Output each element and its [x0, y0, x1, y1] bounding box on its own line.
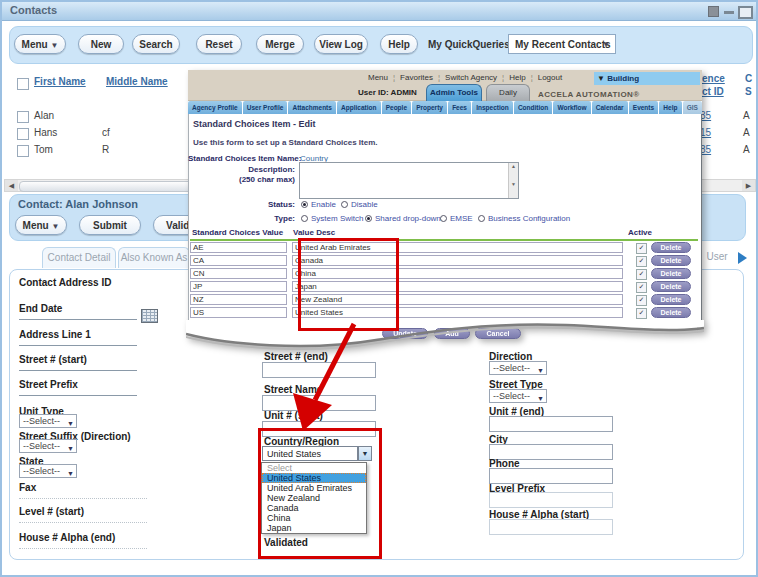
view-log-button[interactable]: View Log: [314, 34, 368, 54]
cell-status: A: [743, 110, 750, 121]
column-header-middle-name[interactable]: Middle Name: [106, 76, 168, 87]
row-checkbox[interactable]: [17, 111, 29, 123]
link-menu[interactable]: Menu: [368, 73, 388, 82]
tab-user-profile[interactable]: User Profile: [243, 101, 288, 114]
tab-gis[interactable]: GIS: [683, 101, 702, 114]
contacts-window: Contacts Menu ▼ New Search Reset Merge V…: [0, 0, 758, 577]
end-date-input[interactable]: [19, 306, 137, 320]
street-prefix-input[interactable]: [19, 382, 137, 396]
active-checkbox[interactable]: ✓: [636, 269, 647, 280]
value-code-input[interactable]: [190, 255, 287, 266]
tab-help[interactable]: Help: [659, 101, 681, 114]
column-header-reference[interactable]: ence: [702, 73, 725, 84]
column-header-contact-id[interactable]: ct ID: [702, 86, 724, 97]
delete-button[interactable]: Delete: [651, 307, 691, 318]
delete-button[interactable]: Delete: [651, 242, 691, 253]
street-suffix-select[interactable]: --Select--▼: [19, 439, 77, 453]
tab-condition[interactable]: Condition: [514, 101, 553, 114]
row-checkbox[interactable]: [17, 128, 29, 140]
merge-button[interactable]: Merge: [256, 34, 304, 54]
tab-workflow[interactable]: Workflow: [553, 101, 590, 114]
chevron-down-icon: ▼: [51, 222, 59, 231]
active-checkbox[interactable]: ✓: [636, 295, 647, 306]
tab-fees[interactable]: Fees: [448, 101, 471, 114]
menu-button[interactable]: Menu ▼: [14, 34, 66, 54]
calendar-icon[interactable]: [141, 309, 158, 323]
scrollbar[interactable]: ▲▼: [508, 163, 518, 198]
value-code-input[interactable]: [190, 307, 287, 318]
new-button[interactable]: New: [78, 34, 124, 54]
unit-num-end-input[interactable]: [489, 416, 613, 432]
phone-input[interactable]: [489, 468, 613, 484]
select-all-checkbox[interactable]: [17, 78, 29, 90]
type-shared-dropdown-radio[interactable]: [365, 215, 372, 222]
module-selector[interactable]: ▼ Building: [594, 72, 700, 85]
house-alpha-start-input[interactable]: [489, 519, 613, 535]
type-system-switch-radio[interactable]: [301, 215, 308, 222]
label-description: Description:: [188, 165, 295, 174]
status-enable-radio[interactable]: [301, 201, 308, 208]
street-type-select[interactable]: --Select--▼: [489, 389, 547, 403]
scroll-left-icon[interactable]: ◀: [5, 180, 18, 191]
column-header-first-name[interactable]: First Name: [34, 76, 86, 87]
column-header-s[interactable]: S: [745, 86, 752, 97]
delete-button[interactable]: Delete: [651, 281, 691, 292]
quickqueries-dropdown[interactable]: My Recent Contacts▼: [508, 34, 616, 54]
pin-icon[interactable]: [708, 6, 719, 17]
search-button[interactable]: Search: [132, 34, 180, 54]
tab-contact-detail[interactable]: Contact Detail: [42, 247, 116, 268]
tab-events[interactable]: Events: [629, 101, 659, 114]
tab-people[interactable]: People: [382, 101, 412, 114]
column-header-c[interactable]: C: [745, 73, 752, 84]
active-checkbox[interactable]: ✓: [636, 282, 647, 293]
tab-scroll-right-icon[interactable]: [738, 252, 747, 264]
house-alpha-end-input[interactable]: [19, 535, 147, 549]
value-code-input[interactable]: [190, 268, 287, 279]
tab-property[interactable]: Property: [412, 101, 447, 114]
tab-admin-tools[interactable]: Admin Tools: [426, 84, 482, 101]
reset-button[interactable]: Reset: [196, 34, 242, 54]
delete-button[interactable]: Delete: [651, 268, 691, 279]
link-help[interactable]: Help: [497, 73, 526, 82]
address-line-1-input[interactable]: [19, 332, 137, 346]
status-disable-radio[interactable]: [341, 201, 348, 208]
tab-also-known-as[interactable]: Also Known As: [118, 247, 190, 268]
user-id-label: User ID: ADMIN: [358, 88, 417, 97]
active-checkbox[interactable]: ✓: [636, 256, 647, 267]
tab-agency-profile[interactable]: Agency Profile: [188, 101, 242, 114]
active-checkbox[interactable]: ✓: [636, 308, 647, 319]
overlay-top-links: Menu Favorites Switch Agency Help Logout: [368, 73, 562, 82]
level-prefix-input[interactable]: [489, 492, 613, 508]
level-num-start-input[interactable]: [19, 509, 147, 523]
description-textarea[interactable]: ▲▼: [299, 162, 519, 199]
contact-menu-button[interactable]: Menu ▼: [15, 215, 67, 235]
delete-button[interactable]: Delete: [651, 294, 691, 305]
tab-daily[interactable]: Daily: [486, 84, 530, 101]
unit-type-select[interactable]: --Select--▼: [19, 414, 77, 428]
row-checkbox[interactable]: [17, 145, 29, 157]
state-select[interactable]: --Select--▼: [19, 464, 77, 478]
tab-calendar[interactable]: Calendar: [592, 101, 628, 114]
minimize-icon[interactable]: [724, 11, 734, 14]
tab-inspection[interactable]: Inspection: [472, 101, 513, 114]
value-code-input[interactable]: [190, 294, 287, 305]
delete-button[interactable]: Delete: [651, 255, 691, 266]
street-num-start-input[interactable]: [19, 357, 137, 371]
help-button[interactable]: Help: [380, 34, 418, 54]
maximize-icon[interactable]: [738, 6, 753, 19]
tab-user[interactable]: User: [696, 247, 738, 268]
fax-input[interactable]: [19, 485, 147, 499]
type-business-config-radio[interactable]: [478, 215, 485, 222]
type-emse-radio[interactable]: [440, 215, 447, 222]
scroll-right-icon[interactable]: ▶: [742, 180, 755, 191]
value-code-input[interactable]: [190, 281, 287, 292]
link-switch-agency[interactable]: Switch Agency: [433, 73, 497, 82]
street-name-input[interactable]: [262, 395, 376, 411]
link-favorites[interactable]: Favorites: [388, 73, 433, 82]
active-checkbox[interactable]: ✓: [636, 243, 647, 254]
submit-button[interactable]: Submit: [79, 215, 141, 235]
tab-attachments[interactable]: Attachments: [288, 101, 336, 114]
link-logout[interactable]: Logout: [526, 73, 563, 82]
value-code-input[interactable]: [190, 242, 287, 253]
tab-application[interactable]: Application: [337, 101, 381, 114]
